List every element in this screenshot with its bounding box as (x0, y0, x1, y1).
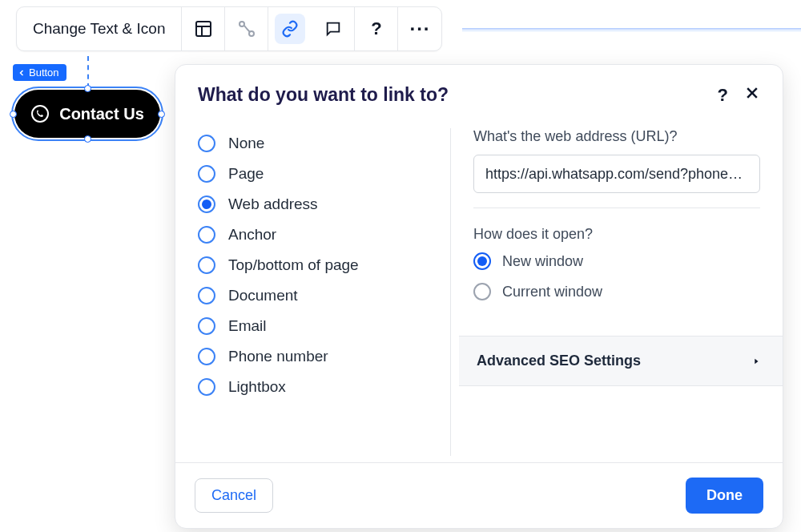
chat-icon (324, 20, 342, 38)
contact-us-button[interactable]: Contact Us (14, 90, 160, 138)
editor-guide-line (462, 28, 801, 30)
chevron-left-icon (17, 68, 26, 78)
advanced-seo-label: Advanced SEO Settings (477, 353, 641, 369)
more-icon-button[interactable]: ··· (398, 7, 441, 50)
link-type-option[interactable]: Web address (198, 189, 437, 220)
cancel-button[interactable]: Cancel (195, 478, 273, 513)
resize-handle-left[interactable] (10, 111, 17, 118)
link-type-option[interactable]: Document (198, 280, 437, 311)
link-type-option[interactable]: Anchor (198, 220, 437, 250)
resize-handle-top[interactable] (84, 85, 91, 92)
help-icon-button[interactable]: ? (355, 7, 398, 50)
link-type-option[interactable]: Email (198, 311, 437, 341)
link-type-option[interactable]: Top/bottom of page (198, 250, 437, 280)
chevron-right-icon (752, 356, 760, 367)
url-field-label: What's the web address (URL)? (473, 128, 760, 145)
link-type-list: NonePageWeb addressAnchorTop/bottom of p… (198, 128, 451, 456)
link-type-label: Email (228, 317, 267, 335)
dialog-close-button[interactable] (744, 85, 760, 106)
resize-handle-bottom[interactable] (84, 135, 91, 143)
question-icon: ? (371, 18, 381, 39)
open-option-label: New window (502, 253, 583, 270)
link-type-label: None (228, 135, 264, 152)
radio-icon (198, 378, 215, 396)
dialog-footer: Cancel Done (175, 462, 783, 528)
link-type-option[interactable]: Phone number (198, 341, 437, 372)
open-option[interactable]: Current window (473, 283, 760, 300)
change-text-icon-button[interactable]: Change Text & Icon (17, 7, 182, 50)
dialog-help-button[interactable]: ? (718, 85, 728, 106)
done-label: Done (706, 487, 743, 503)
radio-icon (198, 287, 215, 304)
link-type-label: Top/bottom of page (228, 256, 359, 274)
radio-icon (198, 195, 215, 213)
close-icon (744, 85, 760, 101)
animation-icon-button[interactable] (225, 7, 268, 50)
radio-icon (473, 283, 491, 300)
link-type-label: Document (228, 287, 298, 304)
radio-icon (198, 165, 215, 183)
link-dialog: What do you want to link to? ? NonePageW… (175, 64, 783, 529)
link-type-label: Phone number (228, 348, 328, 365)
badge-label: Button (29, 66, 59, 79)
svg-point-3 (239, 22, 244, 26)
cancel-label: Cancel (211, 487, 256, 503)
change-text-label: Change Text & Icon (33, 20, 165, 38)
radio-icon (198, 226, 215, 244)
divider (473, 208, 760, 208)
radio-icon (473, 252, 491, 270)
radio-icon (198, 348, 215, 365)
link-type-label: Page (228, 165, 264, 183)
open-option[interactable]: New window (473, 252, 760, 270)
link-type-label: Web address (228, 195, 318, 213)
link-type-option[interactable]: None (198, 128, 437, 159)
link-type-label: Lightbox (228, 378, 286, 396)
comments-icon-button[interactable] (312, 7, 355, 50)
layout-icon-button[interactable] (182, 7, 225, 50)
animation-icon (237, 19, 256, 38)
open-mode-label: How does it open? (473, 226, 760, 243)
dialog-header: What do you want to link to? ? (175, 65, 783, 114)
open-option-label: Current window (502, 284, 602, 300)
advanced-seo-toggle[interactable]: Advanced SEO Settings (459, 336, 783, 386)
done-button[interactable]: Done (686, 478, 763, 514)
layout-icon (194, 19, 213, 38)
radio-icon (198, 317, 215, 335)
link-icon-button[interactable] (268, 7, 312, 50)
element-toolbar: Change Text & Icon (16, 6, 442, 51)
svg-point-5 (32, 106, 48, 122)
question-icon: ? (718, 85, 728, 105)
dots-icon: ··· (409, 18, 430, 40)
dialog-title: What do you want to link to? (198, 84, 449, 106)
link-type-label: Anchor (228, 226, 276, 244)
pill-label: Contact Us (59, 105, 144, 123)
resize-handle-right[interactable] (158, 111, 165, 118)
element-type-badge[interactable]: Button (13, 64, 66, 81)
link-type-option[interactable]: Lightbox (198, 372, 437, 402)
alignment-guide (87, 56, 89, 88)
whatsapp-icon (30, 104, 50, 123)
radio-icon (198, 256, 215, 274)
editor-guide-line-2 (462, 30, 801, 31)
link-icon (281, 20, 299, 38)
svg-marker-8 (755, 358, 758, 364)
svg-rect-0 (196, 22, 211, 36)
link-type-option[interactable]: Page (198, 159, 437, 189)
selected-element[interactable]: Contact Us (14, 90, 160, 138)
radio-icon (198, 135, 215, 152)
url-input[interactable] (473, 155, 760, 193)
